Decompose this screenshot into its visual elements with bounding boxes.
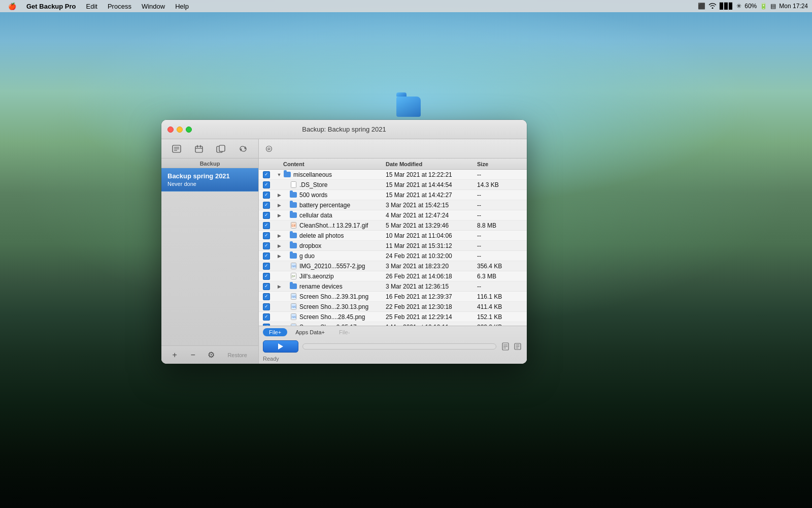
log-icon[interactable]: [500, 341, 511, 352]
row-checkbox[interactable]: [263, 212, 275, 219]
play-button[interactable]: [263, 340, 298, 353]
table-row[interactable]: IMGScreen Sho....28.45.png25 Feb 2021 at…: [259, 312, 527, 322]
row-expand[interactable]: ▶: [275, 232, 283, 240]
file-type-icon: IMG: [289, 262, 297, 270]
file-name: CleanShot...t 13.29.17.gif: [299, 222, 386, 229]
settings-button[interactable]: ⚙: [205, 349, 217, 361]
row-expand[interactable]: ▶: [275, 201, 283, 209]
row-checkbox[interactable]: [263, 252, 275, 260]
table-row[interactable]: GIFCleanShot...t 13.29.17.gif5 Mar 2021 …: [259, 220, 527, 231]
file-name: cellular data: [299, 212, 386, 219]
row-expand[interactable]: ▶: [275, 282, 283, 291]
table-row[interactable]: ZIPJill's.aeonzip26 Feb 2021 at 14:06:18…: [259, 271, 527, 281]
file-type-icon: [289, 232, 297, 240]
file-date: 3 Mar 2021 at 18:23:20: [386, 263, 477, 270]
traffic-lights: [167, 126, 192, 133]
file-type-icon: [289, 242, 297, 250]
calendar-icon[interactable]: [192, 142, 206, 156]
row-checkbox[interactable]: [263, 232, 275, 239]
sync-icon[interactable]: [236, 142, 250, 156]
tab-apps-data[interactable]: Apps Data+: [289, 328, 331, 336]
content-toolbar: [259, 139, 527, 158]
row-checkbox[interactable]: [263, 222, 275, 229]
main-content: Content Date Modified Size ▼miscellaneou…: [259, 139, 527, 364]
file-size: 152.1 KB: [477, 313, 523, 321]
minimize-button[interactable]: [177, 126, 183, 133]
file-type-icon: [289, 252, 297, 260]
table-row[interactable]: .DS_Store15 Mar 2021 at 14:44:5414.3 KB: [259, 180, 527, 190]
svg-point-10: [266, 146, 272, 151]
svg-text:IMG: IMG: [292, 265, 296, 268]
table-row[interactable]: IMGScreen Sho...2.39.31.png16 Feb 2021 a…: [259, 292, 527, 302]
clone-icon[interactable]: [214, 142, 228, 156]
menu-help[interactable]: Help: [171, 0, 193, 12]
menu-edit[interactable]: Edit: [82, 0, 101, 12]
sidebar-list: Backup spring 2021 Never done: [161, 168, 258, 345]
header-date[interactable]: Date Modified: [386, 161, 477, 167]
file-name: .DS_Store: [299, 181, 386, 188]
tab-file-plus[interactable]: File+: [263, 328, 287, 336]
table-row[interactable]: ▶battery percentage3 Mar 2021 at 15:42:1…: [259, 200, 527, 210]
restore-button[interactable]: Restore: [223, 351, 251, 359]
header-content[interactable]: Content: [283, 161, 386, 167]
bars-icon: ▊▊▊: [720, 3, 733, 10]
sidebar-footer: + − ⚙ Restore: [161, 345, 258, 364]
row-checkbox[interactable]: [263, 202, 275, 209]
content-settings-icon[interactable]: [263, 143, 275, 155]
row-checkbox[interactable]: [263, 283, 275, 290]
battery-icon: 🔋: [760, 3, 767, 10]
table-row[interactable]: IMGScreen Sho...2.30.13.png22 Feb 2021 a…: [259, 302, 527, 312]
row-checkbox[interactable]: [263, 192, 275, 199]
row-checkbox[interactable]: [263, 181, 275, 188]
row-checkbox[interactable]: [263, 293, 275, 300]
table-row[interactable]: ▶500 words15 Mar 2021 at 14:42:27--: [259, 190, 527, 200]
apple-menu[interactable]: 🍎: [4, 0, 20, 12]
table-row[interactable]: ▶dropbox11 Mar 2021 at 15:31:12--: [259, 241, 527, 251]
file-size: --: [477, 252, 523, 260]
remove-button[interactable]: −: [187, 349, 199, 361]
table-row[interactable]: ▶delete all photos10 Mar 2021 at 11:04:0…: [259, 231, 527, 241]
history-icon[interactable]: [513, 341, 523, 352]
row-expand[interactable]: ▶: [275, 211, 283, 219]
table-row[interactable]: ▼miscellaneous15 Mar 2021 at 12:22:21--: [259, 170, 527, 180]
row-checkbox[interactable]: [263, 263, 275, 270]
bottom-tabs: File+ Apps Data+ File-: [259, 326, 527, 338]
table-row[interactable]: IMGIMG_20210...5557-2.jpg3 Mar 2021 at 1…: [259, 261, 527, 271]
table-row[interactable]: IMGScreen Sho...9.05.17.png1 Mar 2021 at…: [259, 322, 527, 326]
file-name: delete all photos: [299, 232, 386, 239]
tab-file-minus: File-: [333, 328, 356, 336]
svg-rect-4: [195, 146, 202, 152]
row-expand[interactable]: ▼: [275, 171, 283, 179]
menu-process[interactable]: Process: [104, 0, 136, 12]
row-checkbox[interactable]: [263, 273, 275, 280]
app-name[interactable]: Get Backup Pro: [22, 0, 80, 12]
svg-text:ZIP: ZIP: [291, 275, 295, 278]
file-size: 356.4 KB: [477, 263, 523, 270]
menu-window[interactable]: Window: [138, 0, 169, 12]
maximize-button[interactable]: [186, 126, 192, 133]
row-checkbox[interactable]: [263, 171, 275, 178]
row-checkbox[interactable]: [263, 303, 275, 310]
sidebar-section: Backup: [161, 158, 258, 168]
backup-list-icon[interactable]: [170, 142, 184, 156]
header-size[interactable]: Size: [477, 161, 523, 167]
table-header: Content Date Modified Size: [259, 158, 527, 170]
file-date: 3 Mar 2021 at 12:36:15: [386, 283, 477, 290]
file-date: 11 Mar 2021 at 15:31:12: [386, 242, 477, 249]
row-expand[interactable]: ▶: [275, 252, 283, 260]
desktop-folder[interactable]: [393, 97, 424, 117]
table-row[interactable]: ▶rename devices3 Mar 2021 at 12:36:15--: [259, 281, 527, 292]
file-type-icon: IMG: [289, 313, 297, 321]
row-checkbox[interactable]: [263, 242, 275, 249]
app-window: Backup: Backup spring 2021: [161, 120, 527, 364]
close-button[interactable]: [167, 126, 174, 133]
row-expand[interactable]: ▶: [275, 191, 283, 199]
table-row[interactable]: ▶g duo24 Feb 2021 at 10:32:00--: [259, 251, 527, 261]
file-name: rename devices: [299, 283, 386, 290]
screenshot-icon: ⬛: [698, 3, 705, 10]
add-button[interactable]: +: [168, 349, 181, 361]
row-checkbox[interactable]: [263, 313, 275, 321]
row-expand[interactable]: ▶: [275, 242, 283, 250]
table-row[interactable]: ▶cellular data4 Mar 2021 at 12:47:24--: [259, 210, 527, 220]
sidebar-item-0[interactable]: Backup spring 2021 Never done: [161, 168, 258, 192]
